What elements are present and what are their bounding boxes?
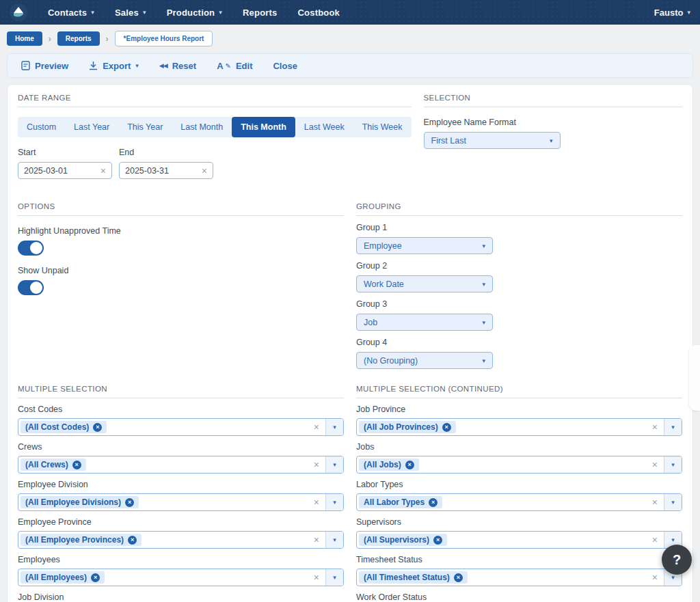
start-date-label: Start (18, 148, 112, 157)
selected-chip: (All Crews) × (21, 459, 86, 471)
employee-division-multiselect[interactable]: (All Employee Divisions) × × ▾ (18, 493, 344, 511)
scroll-indicator[interactable] (689, 345, 700, 411)
nav-item-production[interactable]: Production ▾ (167, 8, 222, 18)
chevron-down-icon[interactable]: ▾ (664, 494, 682, 510)
section-title: OPTIONS (18, 202, 344, 216)
group1-select[interactable]: Employee ▾ (356, 237, 493, 254)
breadcrumb-current[interactable]: *Employee Hours Report (115, 31, 213, 46)
supervisors-multiselect[interactable]: (All Supervisors) × × ▾ (356, 531, 682, 549)
preset-last-week[interactable]: Last Week (295, 117, 353, 137)
employees-multiselect[interactable]: (All Employees) × × ▾ (18, 569, 344, 586)
breadcrumb-reports[interactable]: Reports (57, 31, 100, 46)
highlight-unapproved-toggle[interactable] (18, 241, 44, 256)
clear-icon[interactable]: × (308, 422, 325, 433)
clear-icon[interactable]: × (646, 534, 664, 545)
breadcrumb: Home › Reports › *Employee Hours Report (0, 25, 700, 51)
chip-remove-icon[interactable]: × (405, 461, 414, 469)
selected-value: Employee (364, 241, 402, 251)
reset-button[interactable]: ◀◀ Reset (159, 61, 196, 71)
group2-select[interactable]: Work Date ▾ (356, 275, 493, 292)
chip-remove-icon[interactable]: × (433, 536, 442, 545)
timesheet-status-multiselect[interactable]: (All Timesheet Status) × × ▾ (356, 569, 682, 586)
selected-value: Job (364, 318, 377, 327)
clear-icon[interactable]: × (100, 166, 106, 176)
preset-last-year[interactable]: Last Year (65, 117, 118, 137)
group4-select[interactable]: (No Grouping) ▾ (356, 352, 493, 369)
chevron-down-icon[interactable]: ▾ (664, 419, 682, 435)
chevron-down-icon[interactable]: ▾ (325, 569, 343, 586)
start-date-value[interactable] (24, 166, 100, 176)
nav-item-costbook[interactable]: Costbook (298, 8, 340, 18)
nav-item-reports[interactable]: Reports (243, 8, 278, 18)
nav-item-sales[interactable]: Sales ▾ (115, 8, 146, 18)
job-province-multiselect[interactable]: (All Job Provinces) × × ▾ (356, 418, 682, 436)
labor-types-multiselect[interactable]: All Labor Types × × ▾ (356, 493, 682, 511)
chevron-down-icon[interactable]: ▾ (325, 532, 343, 548)
timesheet-status-label: Timesheet Status (356, 555, 682, 564)
employee-province-multiselect[interactable]: (All Employee Provinces) × × ▾ (18, 531, 344, 549)
chip-remove-icon[interactable]: × (128, 536, 137, 545)
toggle-knob (30, 242, 42, 254)
chip-remove-icon[interactable]: × (125, 498, 134, 507)
cost-codes-multiselect[interactable]: (All Cost Codes) × × ▾ (18, 418, 344, 436)
clear-icon[interactable]: × (308, 534, 325, 545)
clear-icon[interactable]: × (646, 497, 664, 508)
edit-button[interactable]: A ✎ Edit (217, 61, 252, 71)
clear-icon[interactable]: × (646, 459, 664, 470)
chevron-down-icon[interactable]: ▾ (325, 456, 343, 473)
employee-province-label: Employee Province (18, 517, 344, 527)
close-button[interactable]: Close (273, 61, 297, 71)
nav-label: Costbook (298, 8, 340, 18)
end-date-value[interactable] (125, 166, 202, 176)
clear-icon[interactable]: × (308, 459, 325, 470)
chip-remove-icon[interactable]: × (442, 423, 451, 432)
chevron-down-icon[interactable]: ▾ (325, 419, 343, 435)
chevron-down-icon[interactable]: ▾ (664, 456, 682, 473)
breadcrumb-separator-icon: › (106, 34, 109, 44)
nav-item-contacts[interactable]: Contacts ▾ (48, 8, 94, 18)
cost-codes-label: Cost Codes (18, 405, 344, 414)
end-date-input[interactable]: × (119, 162, 213, 179)
preset-this-month[interactable]: This Month (232, 117, 295, 137)
chip-remove-icon[interactable]: × (429, 498, 438, 507)
preset-this-year[interactable]: This Year (118, 117, 172, 137)
export-button[interactable]: Export ▾ (89, 61, 139, 71)
preview-button[interactable]: Preview (21, 61, 68, 71)
breadcrumb-home[interactable]: Home (7, 31, 42, 46)
brand-logo-icon[interactable] (10, 3, 27, 21)
chevron-down-icon: ▾ (219, 9, 222, 16)
clear-icon[interactable]: × (308, 572, 325, 583)
clear-icon[interactable]: × (646, 572, 664, 583)
preset-custom[interactable]: Custom (18, 117, 65, 137)
chevron-down-icon[interactable]: ▾ (325, 494, 343, 510)
chevron-down-icon: ▾ (135, 62, 139, 69)
clear-icon[interactable]: × (646, 422, 664, 433)
chip-remove-icon[interactable]: × (72, 461, 81, 469)
show-unpaid-toggle[interactable] (18, 280, 44, 295)
nav-label: Contacts (48, 8, 87, 18)
selected-value: (No Grouping) (364, 356, 418, 366)
user-menu[interactable]: Fausto ▾ (654, 8, 690, 18)
selected-chip: (All Jobs) × (359, 459, 419, 471)
help-button[interactable]: ? (662, 545, 692, 575)
chip-remove-icon[interactable]: × (93, 423, 102, 432)
preset-last-month[interactable]: Last Month (172, 117, 232, 137)
chip-remove-icon[interactable]: × (91, 573, 100, 582)
group3-select[interactable]: Job ▾ (356, 314, 493, 331)
selected-chip: All Labor Types × (359, 496, 442, 508)
options-section: OPTIONS Highlight Unapproved Time Show U… (18, 202, 344, 369)
start-date-input[interactable]: × (18, 162, 112, 179)
clear-icon[interactable]: × (202, 166, 207, 176)
employees-label: Employees (18, 555, 344, 564)
clear-icon[interactable]: × (308, 497, 325, 508)
crews-multiselect[interactable]: (All Crews) × × ▾ (18, 456, 344, 474)
nav-label: Sales (115, 8, 139, 18)
employee-name-format-select[interactable]: First Last ▾ (424, 132, 561, 149)
multiple-selection-section: MULTIPLE SELECTION Cost Codes (All Cost … (18, 385, 344, 602)
chip-remove-icon[interactable]: × (454, 573, 463, 582)
date-range-section: DATE RANGE Custom Last Year This Year La… (18, 94, 412, 179)
selected-value: Work Date (364, 279, 404, 289)
user-name: Fausto (654, 8, 684, 18)
jobs-multiselect[interactable]: (All Jobs) × × ▾ (356, 456, 682, 474)
preset-this-week[interactable]: This Week (353, 117, 412, 137)
